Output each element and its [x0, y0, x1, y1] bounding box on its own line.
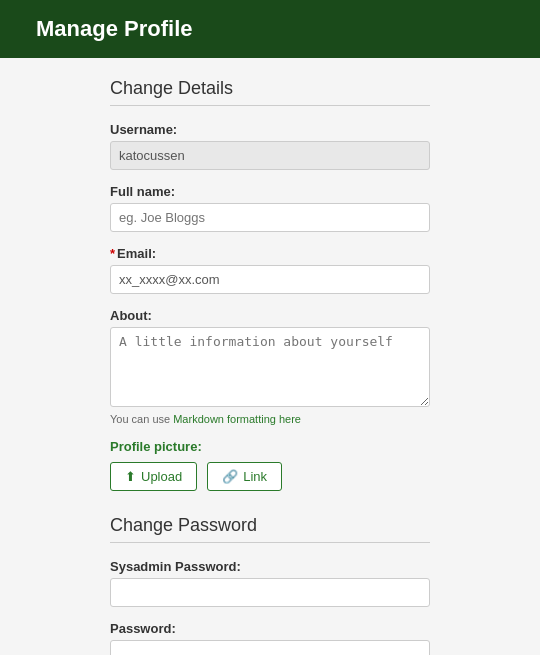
profile-picture-buttons: ⬆ Upload 🔗 Link: [110, 462, 430, 491]
change-password-section: Change Password Sysadmin Password: Passw…: [110, 515, 430, 655]
email-group: *Email:: [110, 246, 430, 294]
sysadmin-password-input[interactable]: [110, 578, 430, 607]
markdown-link[interactable]: Markdown formatting here: [173, 413, 301, 425]
required-star: *: [110, 246, 115, 261]
fullname-group: Full name:: [110, 184, 430, 232]
change-password-title: Change Password: [110, 515, 430, 543]
password-group: Password:: [110, 621, 430, 655]
fullname-input[interactable]: [110, 203, 430, 232]
profile-picture-label: Profile picture:: [110, 439, 430, 454]
fullname-label: Full name:: [110, 184, 430, 199]
page-content: Change Details Username: Full name: *Ema…: [0, 58, 540, 655]
link-button[interactable]: 🔗 Link: [207, 462, 282, 491]
about-label: About:: [110, 308, 430, 323]
change-details-section: Change Details Username: Full name: *Ema…: [110, 78, 430, 491]
about-group: About: You can use Markdown formatting h…: [110, 308, 430, 425]
email-label: *Email:: [110, 246, 430, 261]
password-input[interactable]: [110, 640, 430, 655]
upload-icon: ⬆: [125, 469, 136, 484]
markdown-hint: You can use Markdown formatting here: [110, 413, 430, 425]
page-title: Manage Profile: [36, 16, 504, 42]
username-input[interactable]: [110, 141, 430, 170]
email-input[interactable]: [110, 265, 430, 294]
username-group: Username:: [110, 122, 430, 170]
link-icon: 🔗: [222, 469, 238, 484]
upload-button[interactable]: ⬆ Upload: [110, 462, 197, 491]
link-label: Link: [243, 469, 267, 484]
upload-label: Upload: [141, 469, 182, 484]
sysadmin-password-group: Sysadmin Password:: [110, 559, 430, 607]
about-textarea[interactable]: [110, 327, 430, 407]
change-details-title: Change Details: [110, 78, 430, 106]
page-header: Manage Profile: [0, 0, 540, 58]
sysadmin-password-label: Sysadmin Password:: [110, 559, 430, 574]
profile-picture-group: Profile picture: ⬆ Upload 🔗 Link: [110, 439, 430, 491]
password-label: Password:: [110, 621, 430, 636]
username-label: Username:: [110, 122, 430, 137]
